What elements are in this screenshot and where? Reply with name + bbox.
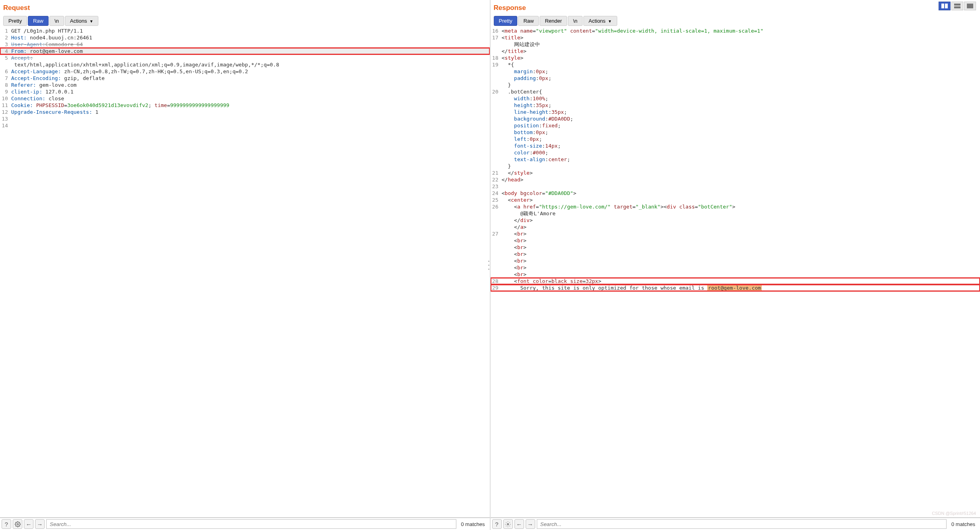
code-line: 21 </style> [491,170,980,176]
code-line: 29 Sorry, this site is only optimized fo… [491,284,980,291]
code-line: 22</head> [491,176,980,183]
match-count: 0 matches [458,521,488,527]
help-icon[interactable]: ? [492,519,502,529]
svg-rect-2 [945,4,948,8]
request-code[interactable]: 1GET /L0g1n.php HTTP/1.12Host: node4.buu… [0,27,490,517]
code-line: 28 <font color=black size=32px> [491,278,980,284]
code-line: 14 [0,122,490,129]
code-line: 16<meta name="viewport" content="width=d… [491,27,980,34]
view-single-icon[interactable] [964,2,976,10]
prev-arrow-icon[interactable]: ← [24,519,33,529]
response-footer: ? ← → 0 matches [491,517,980,530]
chevron-down-icon: ▼ [89,19,93,23]
svg-point-6 [507,523,509,525]
actions-label: Actions [589,18,606,24]
code-line: 3User-Agent:Commodore 64 [0,41,490,48]
svg-rect-3 [954,4,960,6]
code-line: 6Accept-Language: zh-CN,zh;q=0.8,zh-TW;q… [0,68,490,75]
tab-raw[interactable]: Raw [518,16,539,26]
search-input[interactable] [46,519,456,529]
code-line: 5Accept: text/html,application/xhtml+xml… [0,55,490,68]
tab-newline[interactable]: \n [49,16,64,26]
code-line: 9client-ip: 127.0.0.1 [0,88,490,95]
code-line: 19 *{ margin:0px; padding:0px; } [491,61,980,88]
view-columns-icon[interactable] [939,2,951,10]
tab-pretty[interactable]: Pretty [494,16,518,26]
request-panel: Request Pretty Raw \n Actions▼ 1GET /L0g… [0,0,490,530]
code-line: 25 <center> [491,197,980,203]
code-line: 8Referer: gem-love.com [0,82,490,88]
match-count: 0 matches [948,521,978,527]
code-line: 23 [491,183,980,190]
svg-point-0 [17,523,18,525]
response-code[interactable]: 16<meta name="viewport" content="width=d… [491,27,980,517]
view-mode-controls [939,2,976,10]
code-line: 24<body bgcolor="#DDA0DD"> [491,190,980,197]
request-title: Request [0,0,490,14]
prev-arrow-icon[interactable]: ← [514,519,524,529]
tab-pretty[interactable]: Pretty [3,16,27,26]
tab-actions[interactable]: Actions▼ [583,16,617,26]
tab-raw[interactable]: Raw [28,16,49,26]
next-arrow-icon[interactable]: → [526,519,535,529]
response-toolbar: Pretty Raw Render \n Actions▼ [491,14,980,27]
search-input[interactable] [537,519,947,529]
svg-rect-4 [954,6,960,8]
svg-rect-1 [941,4,944,8]
code-line: 27 <br> <br> <br> <br> <br> <br> <br> [491,230,980,278]
next-arrow-icon[interactable]: → [35,519,45,529]
view-rows-icon[interactable] [951,2,963,10]
code-line: 26 <a href="https://gem-love.com/" targe… [491,203,980,230]
chevron-down-icon: ▼ [608,19,612,23]
code-line: 2Host: node4.buuoj.cn:26461 [0,34,490,41]
svg-rect-5 [967,4,973,8]
tab-actions[interactable]: Actions▼ [65,16,99,26]
code-line: 4From: root@gem-love.com [0,48,490,55]
help-icon[interactable]: ? [2,519,11,529]
code-line: 11Cookie: PHPSESSID=3oe6ok040d5921d13evo… [0,102,490,109]
code-line: 20 .botCenter{ width:100%; height:35px; … [491,88,980,170]
gear-icon[interactable] [503,519,513,529]
code-line: 17<title> 网站建设中</title> [491,34,980,55]
code-line: 10Connection: close [0,95,490,102]
request-footer: ? ← → 0 matches [0,517,490,530]
code-line: 18<style> [491,55,980,61]
tab-render[interactable]: Render [540,16,567,26]
tab-newline[interactable]: \n [568,16,583,26]
code-line: 7Accept-Encoding: gzip, deflate [0,75,490,82]
request-toolbar: Pretty Raw \n Actions▼ [0,14,490,27]
code-line: 1GET /L0g1n.php HTTP/1.1 [0,27,490,34]
response-panel: Response Pretty Raw Render \n Actions▼ 1… [490,0,980,530]
actions-label: Actions [70,18,87,24]
gear-icon[interactable] [13,519,22,529]
code-line: 13 [0,115,490,122]
splitter-handle[interactable] [487,259,491,271]
code-line: 12Upgrade-Insecure-Requests: 1 [0,109,490,115]
response-title: Response [491,0,980,14]
